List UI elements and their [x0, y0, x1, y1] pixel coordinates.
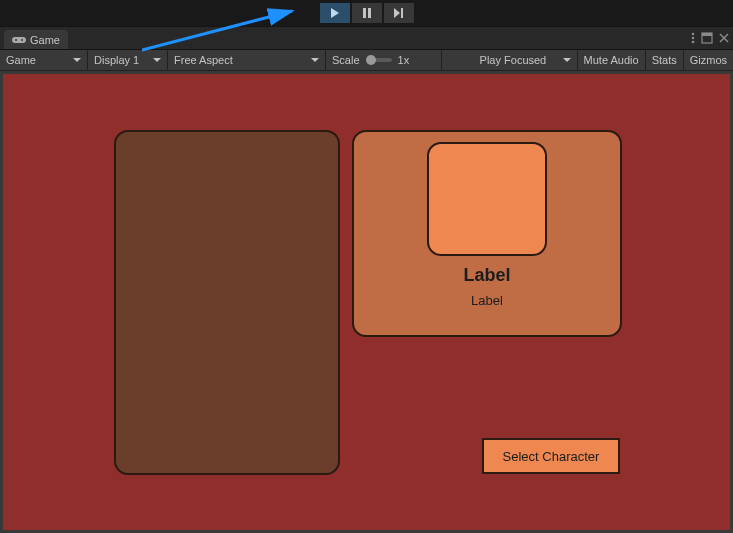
character-list-panel: [114, 130, 340, 475]
pause-button[interactable]: [352, 3, 382, 23]
select-character-button[interactable]: Select Character: [482, 438, 620, 474]
mute-label: Mute Audio: [584, 54, 639, 66]
tab-game[interactable]: Game: [4, 30, 68, 49]
play-button[interactable]: [320, 3, 350, 23]
game-icon: [12, 35, 26, 45]
gizmos-toggle[interactable]: Gizmos: [684, 50, 733, 70]
svg-point-7: [692, 37, 695, 40]
svg-rect-1: [368, 8, 371, 18]
kebab-icon[interactable]: [691, 32, 695, 44]
step-icon: [393, 8, 405, 18]
mute-toggle[interactable]: Mute Audio: [578, 50, 646, 70]
step-button[interactable]: [384, 3, 414, 23]
svg-point-5: [21, 39, 23, 41]
svg-rect-3: [12, 37, 26, 43]
stats-toggle[interactable]: Stats: [646, 50, 684, 70]
focus-value: Play Focused: [480, 54, 547, 66]
character-title: Label: [354, 265, 620, 286]
scale-slider[interactable]: [366, 58, 392, 62]
character-detail-panel: Label Label: [352, 130, 622, 337]
pause-icon: [362, 8, 372, 18]
tab-label: Game: [30, 34, 60, 46]
character-subtitle: Label: [354, 293, 620, 308]
svg-point-4: [15, 39, 17, 41]
mode-value: Game: [6, 54, 36, 66]
svg-rect-10: [702, 33, 712, 36]
gizmos-label: Gizmos: [690, 54, 727, 66]
popout-icon[interactable]: [701, 32, 713, 44]
play-icon: [330, 8, 340, 18]
mode-dropdown[interactable]: Game: [0, 50, 88, 70]
focus-dropdown[interactable]: Play Focused: [474, 50, 578, 70]
game-area: Label Label Select Character: [0, 71, 733, 533]
svg-rect-0: [363, 8, 366, 18]
stats-label: Stats: [652, 54, 677, 66]
display-dropdown[interactable]: Display 1: [88, 50, 168, 70]
game-view: Label Label Select Character: [3, 74, 730, 530]
scale-value: 1x: [398, 54, 410, 66]
scale-field[interactable]: Scale 1x: [326, 50, 442, 70]
scale-label: Scale: [332, 54, 360, 66]
close-icon[interactable]: [719, 33, 729, 43]
svg-point-8: [692, 41, 695, 44]
select-character-label: Select Character: [503, 449, 600, 464]
aspect-dropdown[interactable]: Free Aspect: [168, 50, 326, 70]
display-value: Display 1: [94, 54, 139, 66]
character-portrait: [427, 142, 547, 256]
aspect-value: Free Aspect: [174, 54, 233, 66]
svg-point-6: [692, 33, 695, 36]
svg-rect-2: [401, 8, 403, 18]
